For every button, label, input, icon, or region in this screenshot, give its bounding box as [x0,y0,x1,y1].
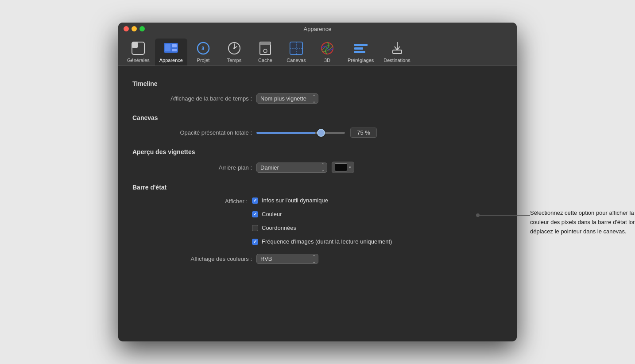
svg-rect-3 [165,44,170,51]
generales-icon [130,40,146,56]
minimize-button[interactable] [132,26,137,31]
checkbox-frequence[interactable] [252,239,258,245]
tab-apparence-label: Apparence [159,58,183,63]
affichage-couleurs-dropdown[interactable]: RVB [256,254,318,264]
svg-rect-4 [172,44,177,47]
barre-etat-section: Barre d'état Afficher : Infos sur l'outi… [132,184,503,264]
svg-rect-1 [132,42,138,48]
checkbox-infos[interactable] [252,197,258,204]
canevas-header: Canevas [132,114,503,121]
prereglages-icon [353,40,369,56]
arriere-plan-dropdown-wrapper: Damier ⌃⌄ [256,163,327,173]
affichage-row: Affichage de la barre de temps : Nom plu… [132,93,503,104]
tab-destinations-label: Destinations [383,58,410,63]
opacite-value: 75 % [350,128,377,138]
content-area: Timeline Affichage de la barre de temps … [118,66,517,285]
tab-canevas[interactable]: Canevas [281,39,311,66]
main-wrapper: Apparence Générales [118,23,517,341]
checkbox-coordonnees-label: Coordonnées [262,225,296,231]
3d-icon [319,40,335,56]
opacite-row: Opacité présentation totale : 75 % [132,128,503,138]
tab-projet-label: Projet [197,58,210,63]
svg-text:3: 3 [201,46,204,51]
checkbox-couleur-row: Couleur [252,211,392,217]
checkbox-couleur-label: Couleur [262,211,282,217]
color-swatch [335,163,347,171]
tab-apparence[interactable]: Apparence [155,39,187,66]
tab-temps[interactable]: Temps [219,39,249,66]
affichage-dropdown[interactable]: Nom plus vignette [256,93,318,104]
afficher-checkboxes: Infos sur l'outil dynamique Couleur Coor… [252,197,392,248]
checkbox-infos-row: Infos sur l'outil dynamique [252,197,392,204]
svg-rect-24 [354,51,365,53]
destinations-icon [389,40,405,56]
tab-projet[interactable]: 3 Projet [188,39,218,66]
apercu-section: Aperçu des vignettes Arrière-plan : Dami… [132,148,503,173]
tab-3d[interactable]: 3D [312,39,342,66]
affichage-dropdown-wrapper: Nom plus vignette ⌃⌄ [256,93,318,104]
toolbar: Générales Apparence [118,35,517,66]
apparence-icon [163,40,179,56]
arriere-plan-dropdown[interactable]: Damier [256,163,327,173]
tab-prereglages[interactable]: Préréglages [343,39,378,66]
svg-rect-23 [354,47,363,50]
svg-point-15 [263,49,267,53]
affichage-couleurs-label: Affichage des couleurs : [159,256,252,262]
checkbox-frequence-label: Fréquence d'images (durant la lecture un… [262,238,392,245]
tab-temps-label: Temps [227,58,241,63]
svg-rect-22 [354,44,368,46]
close-button[interactable] [124,26,129,31]
window-controls [124,26,145,31]
timeline-section: Timeline Affichage de la barre de temps … [132,80,503,104]
tab-cache-label: Cache [258,58,272,63]
afficher-label: Afficher : [159,197,252,205]
barre-etat-header: Barre d'état [132,184,503,191]
annotation-text: Sélectionnez cette option pour afficher … [530,209,635,236]
affichage-label: Affichage de la barre de temps : [159,95,252,102]
opacite-slider[interactable] [256,132,345,134]
svg-rect-14 [260,42,271,45]
maximize-button[interactable] [139,26,145,31]
tab-prereglages-label: Préréglages [348,58,374,63]
affichage-couleurs-wrapper: RVB ⌃⌄ [256,254,318,264]
checkbox-coordonnees-row: Coordonnées [252,225,392,231]
checkbox-coordonnees[interactable] [252,225,258,231]
afficher-row: Afficher : Infos sur l'outil dynamique C… [132,197,503,248]
checkbox-couleur[interactable] [252,211,258,217]
svg-rect-17 [290,42,302,54]
tab-canevas-label: Canevas [287,58,306,63]
window: Apparence Générales [118,23,517,341]
arriere-plan-row: Arrière-plan : Damier ⌃⌄ ▾ [132,162,503,173]
annotation-line [477,215,530,216]
opacite-slider-container: 75 % [256,128,377,138]
affichage-couleurs-row: Affichage des couleurs : RVB ⌃⌄ [132,254,503,264]
tab-generales[interactable]: Générales [123,39,154,66]
page-background: Apparence Générales [0,0,635,364]
titlebar: Apparence [118,23,517,35]
svg-point-12 [233,47,235,49]
checkbox-frequence-row: Fréquence d'images (durant la lecture un… [252,238,392,245]
swatch-chevron-icon: ▾ [349,165,351,170]
tab-3d-label: 3D [324,58,330,63]
temps-icon [226,40,242,56]
canevas-section: Canevas Opacité présentation totale : 75… [132,114,503,138]
projet-icon: 3 [195,40,211,56]
annotation-block: Sélectionnez cette option pour afficher … [530,209,635,236]
tab-destinations[interactable]: Destinations [379,39,415,66]
svg-rect-5 [172,49,177,51]
arriere-plan-label: Arrière-plan : [159,164,252,171]
color-swatch-button[interactable]: ▾ [332,162,354,173]
window-title: Apparence [304,26,332,32]
checkbox-infos-label: Infos sur l'outil dynamique [262,197,328,204]
canevas-icon [288,40,304,56]
timeline-header: Timeline [132,80,503,87]
apercu-header: Aperçu des vignettes [132,148,503,155]
tab-cache[interactable]: Cache [250,39,280,66]
opacite-label: Opacité présentation totale : [159,129,252,136]
svg-rect-26 [393,50,402,54]
tab-generales-label: Générales [127,58,150,63]
cache-icon [257,40,273,56]
